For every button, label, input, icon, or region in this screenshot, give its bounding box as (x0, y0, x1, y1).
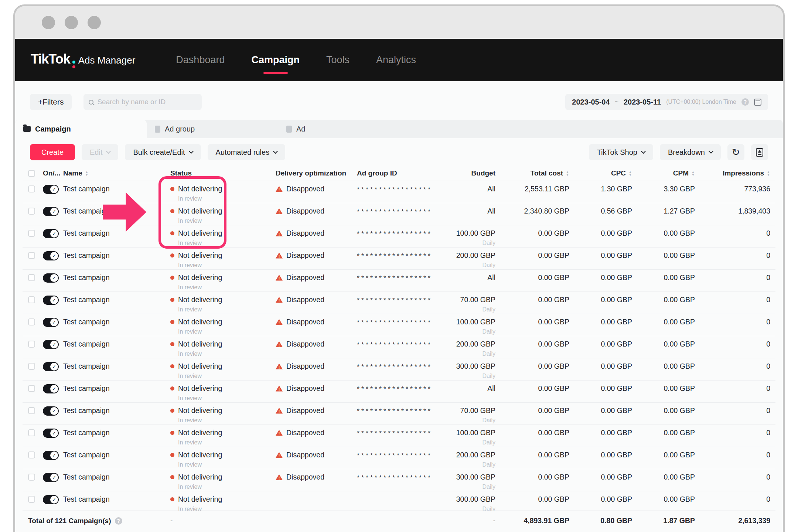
campaign-name[interactable]: Test campaign (63, 495, 110, 504)
window-control-dot[interactable] (65, 16, 78, 29)
budget-type: Daily (447, 262, 495, 269)
search-input[interactable] (97, 98, 197, 106)
row-checkbox[interactable] (28, 185, 35, 192)
campaign-on-toggle[interactable] (43, 473, 59, 482)
campaign-on-toggle[interactable] (43, 229, 59, 238)
chevron-down-icon (273, 149, 278, 154)
export-button[interactable] (751, 144, 768, 160)
calendar-icon[interactable] (754, 99, 761, 106)
campaign-on-toggle[interactable] (43, 362, 59, 371)
status-dot-icon (170, 364, 174, 368)
campaign-on-toggle[interactable] (43, 207, 59, 216)
campaign-name[interactable]: Test campaign (63, 473, 110, 481)
delivery-cell: Disappoved (276, 207, 357, 215)
budget-type: Daily (447, 506, 495, 511)
campaign-name[interactable]: Test campaign (63, 207, 110, 215)
campaign-name[interactable]: Test campaign (63, 451, 110, 459)
nav-item-tools[interactable]: Tools (326, 49, 349, 71)
nav-item-dashboard[interactable]: Dashboard (176, 49, 225, 71)
sort-icon[interactable]: ▲▼ (566, 171, 569, 176)
row-checkbox[interactable] (28, 341, 35, 348)
filters-button[interactable]: +Filters (30, 94, 72, 110)
campaign-name[interactable]: Test campaign (63, 340, 110, 348)
toggle-check-icon (50, 274, 58, 282)
campaign-on-toggle[interactable] (43, 406, 59, 416)
nav-item-analytics[interactable]: Analytics (376, 49, 416, 71)
campaign-name[interactable]: Test campaign (63, 384, 110, 393)
row-checkbox[interactable] (28, 318, 35, 325)
window-control-dot[interactable] (88, 16, 101, 29)
date-range-picker[interactable]: 2023-05-04 ~ 2023-05-11 (UTC+00:00) Lond… (565, 94, 768, 110)
budget-cell: All (447, 273, 495, 284)
campaign-on-toggle[interactable] (43, 251, 59, 260)
sort-icon[interactable]: ▲▼ (767, 171, 770, 176)
footer-cpm: 1.87 GBP (632, 516, 695, 525)
row-checkbox[interactable] (28, 208, 35, 215)
campaign-on-toggle[interactable] (43, 318, 59, 327)
row-checkbox[interactable] (28, 474, 35, 481)
campaign-name[interactable]: Test campaign (63, 406, 110, 415)
tab-ad-group[interactable]: Ad group (147, 120, 278, 138)
automated-rules-button[interactable]: Automated rules (208, 144, 286, 160)
tiktok-logo[interactable]: TikTok Ads Manager (31, 51, 135, 69)
cpm-value: 0.00 GBP (632, 362, 695, 371)
refresh-button[interactable]: ↻ (727, 144, 744, 160)
level-tabs: Campaign Ad group Ad (15, 120, 783, 138)
tab-ad[interactable]: Ad (278, 120, 410, 138)
campaign-on-toggle[interactable] (43, 429, 59, 438)
table-row: Test campaign Not delivering In review D… (23, 447, 775, 469)
campaign-name[interactable]: Test campaign (63, 229, 110, 238)
row-checkbox[interactable] (28, 274, 35, 281)
row-checkbox[interactable] (28, 363, 35, 370)
campaign-name[interactable]: Test campaign (63, 429, 110, 437)
warning-icon (276, 231, 283, 236)
nav-item-campaign[interactable]: Campaign (251, 49, 300, 71)
row-checkbox[interactable] (28, 451, 35, 458)
budget-value: All (447, 273, 495, 282)
table-row: Test campaign Not delivering In review D… (23, 270, 775, 292)
budget-cell: 200.00 GBP Daily (447, 340, 495, 357)
select-all-checkbox[interactable] (28, 170, 35, 177)
breakdown-button[interactable]: Breakdown (660, 144, 721, 160)
campaign-name[interactable]: Test campaign (63, 362, 110, 371)
edit-button[interactable]: Edit (82, 144, 118, 160)
total-help-icon[interactable] (115, 517, 122, 525)
logo-brand-text: Ads Manager (78, 55, 136, 66)
campaign-on-toggle[interactable] (43, 495, 59, 504)
campaign-on-toggle[interactable] (43, 296, 59, 305)
campaign-name[interactable]: Test campaign (63, 185, 110, 193)
campaign-on-toggle[interactable] (43, 384, 59, 393)
campaign-on-toggle[interactable] (43, 340, 59, 349)
status-cell: Not delivering In review (170, 384, 276, 402)
campaign-name[interactable]: Test campaign (63, 296, 110, 304)
col-header-ad-group-id: Ad group ID (357, 169, 447, 177)
row-checkbox[interactable] (28, 429, 35, 436)
window-control-dot[interactable] (42, 16, 55, 29)
campaign-name[interactable]: Test campaign (63, 251, 110, 260)
row-checkbox[interactable] (28, 296, 35, 303)
status-substatus: In review (178, 417, 276, 424)
sort-icon[interactable]: ▲▼ (85, 171, 89, 176)
date-separator: ~ (615, 99, 618, 105)
bulk-create-edit-button[interactable]: Bulk create/Edit (125, 144, 201, 160)
create-button[interactable]: Create (30, 144, 75, 160)
tab-campaign[interactable]: Campaign (15, 120, 147, 138)
campaign-on-toggle[interactable] (43, 273, 59, 283)
row-checkbox[interactable] (28, 230, 35, 237)
timezone-help-icon[interactable] (741, 98, 749, 106)
campaign-name[interactable]: Test campaign (63, 318, 110, 326)
row-checkbox[interactable] (28, 496, 35, 503)
table-row: Test campaign Not delivering In review D… (23, 469, 775, 491)
campaign-on-toggle[interactable] (43, 185, 59, 194)
warning-icon (276, 408, 283, 414)
campaign-name[interactable]: Test campaign (63, 273, 110, 282)
campaign-on-toggle[interactable] (43, 451, 59, 460)
sort-icon[interactable]: ▲▼ (628, 171, 632, 176)
tiktok-shop-button[interactable]: TikTok Shop (589, 144, 653, 160)
table-row: Test campaign Not delivering In review D… (23, 181, 775, 203)
status-substatus: In review (178, 262, 276, 269)
row-checkbox[interactable] (28, 252, 35, 259)
sort-icon[interactable]: ▲▼ (691, 171, 695, 176)
row-checkbox[interactable] (28, 385, 35, 392)
row-checkbox[interactable] (28, 407, 35, 414)
